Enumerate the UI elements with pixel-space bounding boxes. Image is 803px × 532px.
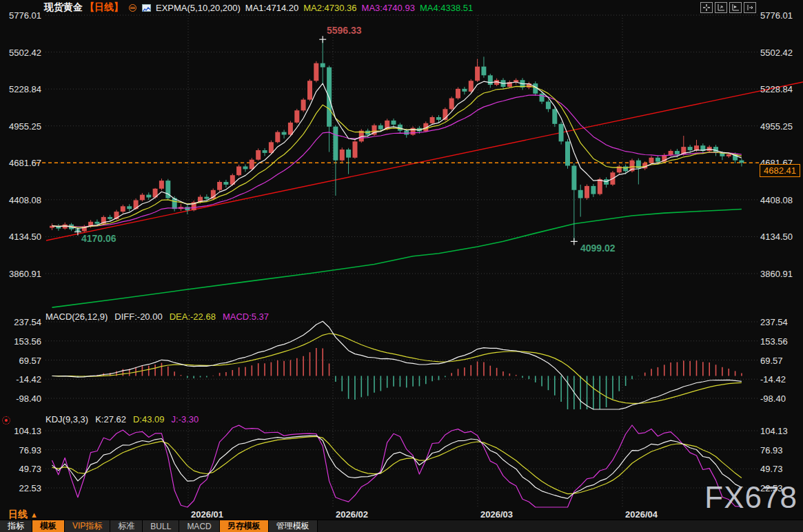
x-axis-label: 2026/04 xyxy=(625,509,658,520)
watermark-logo: FX678 xyxy=(704,480,797,515)
current-price-tag: 4682.41 xyxy=(760,164,800,177)
price-extreme-annotation: 4170.06 xyxy=(81,233,116,244)
y-axis-label-left: 3860.91 xyxy=(0,269,41,279)
chart-header: 现货黄金【日线】 EXPMA(5,10,20,200) MA1:4714.20 … xyxy=(44,1,473,14)
ma2-value: MA2:4730.36 xyxy=(303,3,356,13)
crosshair-icon[interactable] xyxy=(700,2,713,13)
y-axis-label-right: 4408.08 xyxy=(760,195,793,205)
macd-axis-label-left: 69.57 xyxy=(0,356,41,366)
kdj-axis-label-left: 76.93 xyxy=(0,445,41,456)
x-axis-label: 2026/02 xyxy=(336,509,368,520)
scale-y-axis-icon[interactable] xyxy=(715,2,727,13)
kdj-d-value: D:43.09 xyxy=(133,414,165,424)
y-axis-label-right: 3860.91 xyxy=(760,269,793,279)
kdj-j-value: J:-3.30 xyxy=(172,414,199,424)
indicator-name: EXPMA(5,10,20,200) xyxy=(156,3,241,13)
x-axis-label: 2026/03 xyxy=(480,509,513,520)
chevron-up-icon: ▲ xyxy=(30,511,38,519)
chart-toolbar-icons xyxy=(700,2,756,13)
y-axis-label-right: 4955.25 xyxy=(760,121,793,132)
symbol-name: 现货黄金 xyxy=(44,1,83,14)
macd-axis-label-right: 237.54 xyxy=(760,317,788,327)
price-extreme-annotation: 5596.33 xyxy=(327,25,362,36)
ma1-value: MA1:4714.20 xyxy=(245,3,298,13)
tab-vip-indicators[interactable]: VIP指标 xyxy=(65,520,110,532)
tab-macd[interactable]: MACD xyxy=(179,520,219,532)
exit-fullscreen-icon[interactable] xyxy=(744,2,756,13)
macd-dea-value: DEA:-22.68 xyxy=(170,311,216,322)
tab-indicators[interactable]: 指标 xyxy=(0,520,32,532)
macd-axis-label-left: -98.40 xyxy=(0,393,41,404)
bottom-toolbar: 指标 模板 VIP指标 标准 BULL MACD 另存模板 管理模板 xyxy=(0,520,803,532)
trading-app-window: 5776.015776.015502.425502.425228.845228.… xyxy=(0,0,803,532)
tab-bull[interactable]: BULL xyxy=(143,520,179,532)
macd-axis-label-right: 69.57 xyxy=(760,356,783,366)
y-axis-label-left: 5502.42 xyxy=(0,48,41,58)
macd-axis-label-right: 153.56 xyxy=(760,336,788,347)
macd-axis-label-left: 153.56 xyxy=(0,336,41,347)
y-axis-label-left: 4955.25 xyxy=(0,121,41,132)
y-axis-label-left: 4408.08 xyxy=(0,195,41,205)
macd-axis-label-left: -14.42 xyxy=(0,374,41,385)
chart-canvas[interactable] xyxy=(0,0,803,532)
macd-axis-label-right: -98.40 xyxy=(760,393,786,404)
alert-dot-icon[interactable] xyxy=(2,416,10,424)
kdj-axis-label-right: 76.93 xyxy=(760,445,783,456)
y-axis-label-right: 5502.42 xyxy=(760,48,793,58)
macd-diff-value: DIFF:-20.00 xyxy=(114,311,162,322)
macd-header: MACD(26,12,9) DIFF:-20.00 DEA:-22.68 MAC… xyxy=(45,311,269,322)
macd-macd-value: MACD:5.37 xyxy=(223,311,269,322)
y-axis-label-left: 4681.67 xyxy=(0,158,41,168)
tab-save-template[interactable]: 另存模板 xyxy=(220,520,269,532)
macd-axis-label-right: -14.42 xyxy=(760,374,786,385)
kdj-header: KDJ(9,3,3) K:27.62 D:43.09 J:-3.30 xyxy=(45,414,199,424)
y-axis-label-left: 4134.50 xyxy=(0,232,41,242)
tab-templates[interactable]: 模板 xyxy=(32,520,65,532)
ma4-value: MA4:4338.51 xyxy=(420,3,473,13)
tab-standard[interactable]: 标准 xyxy=(110,520,143,532)
y-axis-label-left: 5776.01 xyxy=(0,10,41,21)
macd-axis-label-left: 237.54 xyxy=(0,317,41,327)
kdj-axis-label-right: 49.73 xyxy=(760,464,783,474)
kdj-axis-label-left: 104.13 xyxy=(0,426,41,436)
y-axis-label-right: 5776.01 xyxy=(760,10,793,21)
y-axis-label-right: 5228.84 xyxy=(760,84,793,94)
timeframe-label: 日线 xyxy=(8,509,28,520)
tab-manage-templates[interactable]: 管理模板 xyxy=(269,520,318,532)
y-axis-label-left: 5228.84 xyxy=(0,84,41,94)
kdj-axis-label-left: 49.73 xyxy=(0,464,41,474)
period-label[interactable]: 【日线】 xyxy=(85,1,123,14)
kdj-axis-label-left: 22.53 xyxy=(0,483,41,493)
price-extreme-annotation: 4099.02 xyxy=(580,243,616,254)
ma3-value: MA3:4740.93 xyxy=(362,3,415,13)
x-axis-label: 2026/01 xyxy=(191,509,223,520)
kdj-k-value: K:27.62 xyxy=(95,414,126,424)
macd-title[interactable]: MACD(26,12,9) xyxy=(45,311,108,322)
kdj-axis-label-right: 104.13 xyxy=(760,426,788,436)
settings-circle-icon[interactable] xyxy=(128,3,137,12)
y-axis-label-right: 4134.50 xyxy=(760,232,793,242)
chart-type-icon[interactable] xyxy=(142,3,151,12)
scale-x-axis-icon[interactable] xyxy=(729,2,742,13)
kdj-title[interactable]: KDJ(9,3,3) xyxy=(45,414,88,424)
